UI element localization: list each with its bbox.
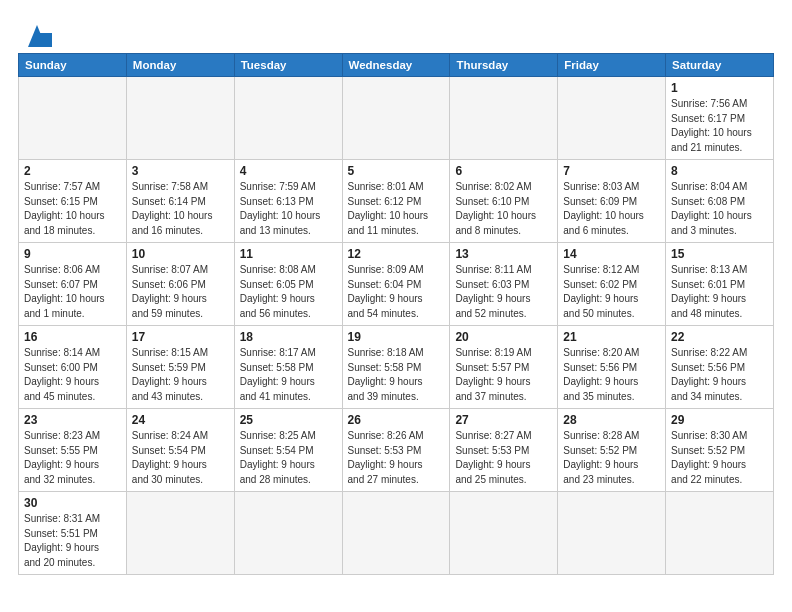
day-number: 25 bbox=[240, 413, 337, 427]
page: Sunday Monday Tuesday Wednesday Thursday… bbox=[0, 0, 792, 612]
day-number: 17 bbox=[132, 330, 229, 344]
calendar-cell: 28Sunrise: 8:28 AM Sunset: 5:52 PM Dayli… bbox=[558, 409, 666, 492]
day-number: 24 bbox=[132, 413, 229, 427]
day-info: Sunrise: 8:08 AM Sunset: 6:05 PM Dayligh… bbox=[240, 263, 337, 321]
col-saturday: Saturday bbox=[666, 54, 774, 77]
day-info: Sunrise: 8:30 AM Sunset: 5:52 PM Dayligh… bbox=[671, 429, 768, 487]
day-number: 1 bbox=[671, 81, 768, 95]
day-number: 4 bbox=[240, 164, 337, 178]
calendar-cell: 6Sunrise: 8:02 AM Sunset: 6:10 PM Daylig… bbox=[450, 160, 558, 243]
day-info: Sunrise: 8:07 AM Sunset: 6:06 PM Dayligh… bbox=[132, 263, 229, 321]
calendar-cell: 2Sunrise: 7:57 AM Sunset: 6:15 PM Daylig… bbox=[19, 160, 127, 243]
day-info: Sunrise: 8:27 AM Sunset: 5:53 PM Dayligh… bbox=[455, 429, 552, 487]
day-info: Sunrise: 8:17 AM Sunset: 5:58 PM Dayligh… bbox=[240, 346, 337, 404]
day-info: Sunrise: 7:58 AM Sunset: 6:14 PM Dayligh… bbox=[132, 180, 229, 238]
calendar-cell: 5Sunrise: 8:01 AM Sunset: 6:12 PM Daylig… bbox=[342, 160, 450, 243]
calendar-cell: 30Sunrise: 8:31 AM Sunset: 5:51 PM Dayli… bbox=[19, 492, 127, 575]
day-info: Sunrise: 8:03 AM Sunset: 6:09 PM Dayligh… bbox=[563, 180, 660, 238]
day-info: Sunrise: 8:12 AM Sunset: 6:02 PM Dayligh… bbox=[563, 263, 660, 321]
day-number: 19 bbox=[348, 330, 445, 344]
calendar-cell: 29Sunrise: 8:30 AM Sunset: 5:52 PM Dayli… bbox=[666, 409, 774, 492]
calendar-cell bbox=[126, 492, 234, 575]
day-number: 14 bbox=[563, 247, 660, 261]
calendar-cell: 22Sunrise: 8:22 AM Sunset: 5:56 PM Dayli… bbox=[666, 326, 774, 409]
calendar-cell bbox=[126, 77, 234, 160]
calendar-cell: 13Sunrise: 8:11 AM Sunset: 6:03 PM Dayli… bbox=[450, 243, 558, 326]
calendar-week-row: 30Sunrise: 8:31 AM Sunset: 5:51 PM Dayli… bbox=[19, 492, 774, 575]
svg-rect-1 bbox=[38, 33, 52, 47]
header bbox=[18, 15, 774, 47]
calendar-header-row: Sunday Monday Tuesday Wednesday Thursday… bbox=[19, 54, 774, 77]
day-number: 16 bbox=[24, 330, 121, 344]
day-info: Sunrise: 8:06 AM Sunset: 6:07 PM Dayligh… bbox=[24, 263, 121, 321]
day-info: Sunrise: 8:23 AM Sunset: 5:55 PM Dayligh… bbox=[24, 429, 121, 487]
day-number: 28 bbox=[563, 413, 660, 427]
day-info: Sunrise: 8:15 AM Sunset: 5:59 PM Dayligh… bbox=[132, 346, 229, 404]
day-number: 21 bbox=[563, 330, 660, 344]
day-number: 8 bbox=[671, 164, 768, 178]
calendar-week-row: 9Sunrise: 8:06 AM Sunset: 6:07 PM Daylig… bbox=[19, 243, 774, 326]
col-thursday: Thursday bbox=[450, 54, 558, 77]
day-info: Sunrise: 8:28 AM Sunset: 5:52 PM Dayligh… bbox=[563, 429, 660, 487]
calendar-cell: 17Sunrise: 8:15 AM Sunset: 5:59 PM Dayli… bbox=[126, 326, 234, 409]
day-number: 12 bbox=[348, 247, 445, 261]
calendar-cell bbox=[234, 492, 342, 575]
day-info: Sunrise: 8:04 AM Sunset: 6:08 PM Dayligh… bbox=[671, 180, 768, 238]
calendar-cell bbox=[234, 77, 342, 160]
col-sunday: Sunday bbox=[19, 54, 127, 77]
calendar-cell: 24Sunrise: 8:24 AM Sunset: 5:54 PM Dayli… bbox=[126, 409, 234, 492]
calendar-cell: 12Sunrise: 8:09 AM Sunset: 6:04 PM Dayli… bbox=[342, 243, 450, 326]
day-number: 3 bbox=[132, 164, 229, 178]
day-number: 5 bbox=[348, 164, 445, 178]
day-info: Sunrise: 8:26 AM Sunset: 5:53 PM Dayligh… bbox=[348, 429, 445, 487]
day-info: Sunrise: 7:59 AM Sunset: 6:13 PM Dayligh… bbox=[240, 180, 337, 238]
calendar-cell: 15Sunrise: 8:13 AM Sunset: 6:01 PM Dayli… bbox=[666, 243, 774, 326]
calendar-cell: 18Sunrise: 8:17 AM Sunset: 5:58 PM Dayli… bbox=[234, 326, 342, 409]
day-info: Sunrise: 8:14 AM Sunset: 6:00 PM Dayligh… bbox=[24, 346, 121, 404]
day-number: 11 bbox=[240, 247, 337, 261]
calendar-week-row: 16Sunrise: 8:14 AM Sunset: 6:00 PM Dayli… bbox=[19, 326, 774, 409]
calendar-cell bbox=[450, 77, 558, 160]
day-info: Sunrise: 8:02 AM Sunset: 6:10 PM Dayligh… bbox=[455, 180, 552, 238]
day-info: Sunrise: 8:19 AM Sunset: 5:57 PM Dayligh… bbox=[455, 346, 552, 404]
calendar-cell bbox=[558, 77, 666, 160]
day-info: Sunrise: 8:22 AM Sunset: 5:56 PM Dayligh… bbox=[671, 346, 768, 404]
day-number: 23 bbox=[24, 413, 121, 427]
calendar-cell: 27Sunrise: 8:27 AM Sunset: 5:53 PM Dayli… bbox=[450, 409, 558, 492]
calendar-cell bbox=[666, 492, 774, 575]
calendar-week-row: 1Sunrise: 7:56 AM Sunset: 6:17 PM Daylig… bbox=[19, 77, 774, 160]
calendar-cell: 3Sunrise: 7:58 AM Sunset: 6:14 PM Daylig… bbox=[126, 160, 234, 243]
calendar-cell: 1Sunrise: 7:56 AM Sunset: 6:17 PM Daylig… bbox=[666, 77, 774, 160]
day-number: 13 bbox=[455, 247, 552, 261]
calendar-cell: 26Sunrise: 8:26 AM Sunset: 5:53 PM Dayli… bbox=[342, 409, 450, 492]
day-info: Sunrise: 8:13 AM Sunset: 6:01 PM Dayligh… bbox=[671, 263, 768, 321]
day-info: Sunrise: 8:18 AM Sunset: 5:58 PM Dayligh… bbox=[348, 346, 445, 404]
calendar-cell: 8Sunrise: 8:04 AM Sunset: 6:08 PM Daylig… bbox=[666, 160, 774, 243]
day-number: 26 bbox=[348, 413, 445, 427]
col-wednesday: Wednesday bbox=[342, 54, 450, 77]
calendar-cell: 14Sunrise: 8:12 AM Sunset: 6:02 PM Dayli… bbox=[558, 243, 666, 326]
day-info: Sunrise: 8:09 AM Sunset: 6:04 PM Dayligh… bbox=[348, 263, 445, 321]
calendar-cell: 16Sunrise: 8:14 AM Sunset: 6:00 PM Dayli… bbox=[19, 326, 127, 409]
day-number: 27 bbox=[455, 413, 552, 427]
calendar-cell bbox=[450, 492, 558, 575]
day-number: 6 bbox=[455, 164, 552, 178]
calendar-cell: 19Sunrise: 8:18 AM Sunset: 5:58 PM Dayli… bbox=[342, 326, 450, 409]
calendar-cell: 4Sunrise: 7:59 AM Sunset: 6:13 PM Daylig… bbox=[234, 160, 342, 243]
calendar-cell: 25Sunrise: 8:25 AM Sunset: 5:54 PM Dayli… bbox=[234, 409, 342, 492]
day-info: Sunrise: 7:57 AM Sunset: 6:15 PM Dayligh… bbox=[24, 180, 121, 238]
calendar-cell: 11Sunrise: 8:08 AM Sunset: 6:05 PM Dayli… bbox=[234, 243, 342, 326]
calendar-cell: 23Sunrise: 8:23 AM Sunset: 5:55 PM Dayli… bbox=[19, 409, 127, 492]
col-friday: Friday bbox=[558, 54, 666, 77]
calendar-cell: 21Sunrise: 8:20 AM Sunset: 5:56 PM Dayli… bbox=[558, 326, 666, 409]
day-info: Sunrise: 8:24 AM Sunset: 5:54 PM Dayligh… bbox=[132, 429, 229, 487]
day-number: 29 bbox=[671, 413, 768, 427]
day-info: Sunrise: 7:56 AM Sunset: 6:17 PM Dayligh… bbox=[671, 97, 768, 155]
day-number: 15 bbox=[671, 247, 768, 261]
day-number: 2 bbox=[24, 164, 121, 178]
day-number: 10 bbox=[132, 247, 229, 261]
logo-icon bbox=[18, 15, 56, 47]
day-info: Sunrise: 8:01 AM Sunset: 6:12 PM Dayligh… bbox=[348, 180, 445, 238]
day-number: 30 bbox=[24, 496, 121, 510]
calendar-cell: 10Sunrise: 8:07 AM Sunset: 6:06 PM Dayli… bbox=[126, 243, 234, 326]
